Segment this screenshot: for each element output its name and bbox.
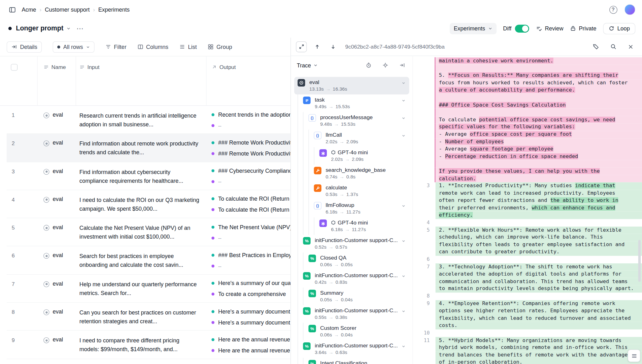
breadcrumb-item[interactable]: Experiments xyxy=(98,7,130,13)
tree-guide xyxy=(297,94,303,112)
focus-button[interactable] xyxy=(380,60,391,71)
bottom-right-menu-button[interactable] xyxy=(628,350,640,362)
diff-line: to maintain productivity levels despite … xyxy=(413,285,642,293)
search-button[interactable] xyxy=(608,41,619,52)
chevron-down-icon[interactable] xyxy=(402,134,405,138)
eval-icon xyxy=(44,309,50,315)
next-row-button[interactable] xyxy=(328,41,339,52)
collapse-panel-button[interactable] xyxy=(397,60,408,71)
group-button[interactable]: Group xyxy=(208,44,232,50)
trace-node[interactable]: eval13.13s→16.36s xyxy=(294,77,409,94)
trace-node-durations: 0.74s→0.8s xyxy=(326,174,401,179)
experiment-status-dot xyxy=(8,27,12,30)
trace-node[interactable]: ()llmFollowup6.18s→11.27s xyxy=(294,200,409,217)
loop-button[interactable]: Loop xyxy=(603,23,635,34)
help-button[interactable]: ? xyxy=(608,4,619,15)
trace-node[interactable]: %Custom Scorer0.06s→0.04s xyxy=(294,323,409,340)
row-name: eval xyxy=(53,112,63,134)
diff-line-text: 2. **Flexible Work Hours**: Remote work … xyxy=(435,226,642,234)
diff-toggle[interactable] xyxy=(515,24,529,32)
expand-trace-button[interactable] xyxy=(296,41,307,52)
trace-node[interactable]: calculate0.53s→1.37s xyxy=(294,182,409,200)
diff-line-text: costs. xyxy=(435,322,642,329)
eval-icon xyxy=(44,140,50,146)
diff-line xyxy=(413,94,642,101)
eval-span-icon xyxy=(297,79,305,87)
row-name-cell: eval xyxy=(38,190,76,218)
trace-node[interactable]: ∗GPT-4o mini2.02s→2.09s xyxy=(294,147,409,165)
chevron-down-icon[interactable] xyxy=(402,239,405,243)
close-panel-button[interactable] xyxy=(625,41,636,52)
trace-node[interactable]: ()llmCall2.02s→2.09s xyxy=(294,129,409,147)
arrow-right-icon: → xyxy=(326,87,330,92)
sidebar-toggle-button[interactable] xyxy=(7,4,18,15)
review-button[interactable]: Review xyxy=(536,25,563,32)
diff-line-text: hybrid work models, combining remote and… xyxy=(435,344,642,351)
arrow-right-icon: → xyxy=(334,262,339,267)
column-header-input[interactable]: Input xyxy=(76,56,207,105)
chevron-down-icon[interactable] xyxy=(402,81,405,85)
diff-line-text: maintain a cohesive work environment. xyxy=(435,57,642,65)
trace-node[interactable]: %initFunction-Customer support-C...3.64s… xyxy=(294,340,409,358)
trace-view-dropdown[interactable]: Trace xyxy=(297,62,318,68)
columns-button[interactable]: Columns xyxy=(137,44,168,50)
chevron-down-icon[interactable] xyxy=(402,345,405,348)
list-button[interactable]: List xyxy=(179,44,197,50)
rows-filter-dropdown[interactable]: All rows xyxy=(53,41,94,52)
trace-node[interactable]: %initFunction-Customer support-C...0.42s… xyxy=(294,270,409,288)
view-selector-label: Experiments xyxy=(454,25,485,32)
scrollbar-thumb[interactable] xyxy=(638,240,641,282)
row-number: 8 xyxy=(7,303,38,330)
more-menu-button[interactable]: ⋯ xyxy=(75,24,86,33)
tree-guide xyxy=(297,200,303,217)
arrow-right-icon: → xyxy=(339,192,344,197)
details-button[interactable]: Details xyxy=(7,41,42,52)
arrow-down-icon xyxy=(330,44,336,50)
breadcrumb-item[interactable]: Acme xyxy=(22,7,36,13)
trace-node[interactable]: search_knowledge_base0.74s→0.8s xyxy=(294,165,409,182)
row-number: 6 xyxy=(7,246,38,274)
diff-line-number xyxy=(413,87,429,94)
tag-button[interactable] xyxy=(590,41,601,52)
chevron-down-icon[interactable] xyxy=(402,309,405,313)
column-header-name[interactable]: Name xyxy=(38,56,76,105)
tree-guide xyxy=(297,270,303,288)
trace-node[interactable]: %initFunction-Customer support-C...0.52s… xyxy=(294,235,409,252)
timer-button[interactable] xyxy=(363,60,374,71)
breadcrumb-item[interactable]: Customer support xyxy=(45,7,90,13)
breadcrumb: Acme›Customer support›Experiments xyxy=(22,6,129,13)
output-bullet-icon xyxy=(212,113,214,116)
trace-node[interactable]: %initFunction-Customer support-C...0.55s… xyxy=(294,305,409,323)
trace-node[interactable]: ()processUserMessage9.48s→15.53s xyxy=(294,112,409,129)
experiment-name-dropdown[interactable]: Longer prompt xyxy=(16,25,71,32)
output-bullet-icon xyxy=(212,338,214,341)
private-button[interactable]: Private xyxy=(570,25,597,32)
output-bullet-icon xyxy=(212,152,214,155)
diff-line: 5. **Focus on Results:** Many companies … xyxy=(413,72,642,79)
previous-row-button[interactable] xyxy=(312,41,323,52)
tree-guide xyxy=(308,182,314,200)
output-bullet-icon xyxy=(212,282,214,285)
chevron-down-icon xyxy=(313,63,318,67)
diff-line-number xyxy=(413,271,429,278)
trace-node[interactable]: task9.49s→15.53s xyxy=(294,94,409,112)
diff-line-number xyxy=(413,351,429,359)
chevron-down-icon[interactable] xyxy=(402,274,405,278)
select-all-checkbox[interactable] xyxy=(11,64,18,71)
trace-node[interactable]: ∗GPT-4o mini6.18s→11.27s xyxy=(294,217,409,235)
view-selector-dropdown[interactable]: Experiments xyxy=(450,23,496,34)
diff-line: If you provide these values, I can help … xyxy=(413,168,642,175)
scorer-span-icon: % xyxy=(303,307,311,315)
tree-guide xyxy=(297,217,303,235)
diff-line-text xyxy=(435,293,642,300)
tree-guide xyxy=(297,323,303,340)
trace-node[interactable]: %Intent Classification xyxy=(294,358,409,364)
trace-node[interactable]: %Summary0.05s→0.04s xyxy=(294,288,409,305)
trace-node[interactable]: %Closed QA0.06s→0.05s xyxy=(294,252,409,270)
filter-button[interactable]: Filter xyxy=(105,44,126,50)
chevron-down-icon[interactable] xyxy=(402,204,405,208)
avatar[interactable] xyxy=(624,4,635,15)
chevron-down-icon[interactable] xyxy=(402,99,405,103)
chevron-down-icon[interactable] xyxy=(402,116,405,120)
scorer-span-icon: % xyxy=(308,325,316,332)
